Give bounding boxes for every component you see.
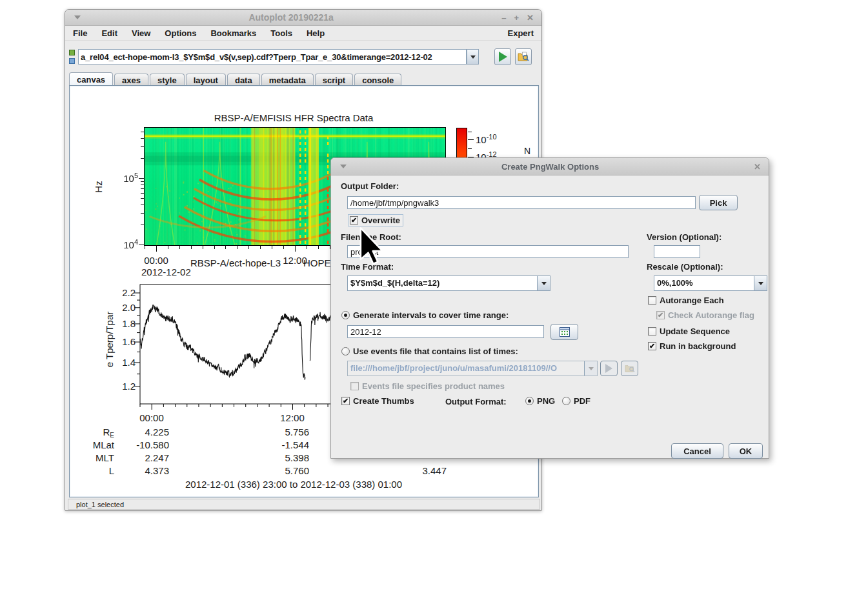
- checkbox-unchecked-icon: [648, 327, 656, 336]
- colorbar-unit-label: N: [524, 146, 530, 156]
- expert-menu[interactable]: Expert: [508, 28, 534, 38]
- spec-ytick-minor: [141, 146, 145, 147]
- events-browse-button: [621, 361, 638, 376]
- spec-xtick: [272, 246, 272, 249]
- checkbox-checked-icon: ✔: [648, 342, 656, 350]
- close-button[interactable]: ✕: [527, 13, 534, 23]
- tab-console[interactable]: console: [354, 74, 401, 86]
- menu-tools[interactable]: Tools: [270, 28, 292, 38]
- toolbar: a_rel04_ect-hope-mom-l3_$Y$m$d_v$(v,sep)…: [65, 41, 541, 73]
- pick-button[interactable]: Pick: [699, 195, 738, 210]
- version-input[interactable]: [654, 245, 700, 258]
- ok-button[interactable]: OK: [729, 443, 763, 459]
- spec-xtick: [225, 246, 226, 249]
- folder-magnifier-icon: [518, 52, 529, 62]
- rescale-combo[interactable]: 0%,100%: [654, 275, 767, 291]
- minimize-button[interactable]: –: [501, 13, 506, 23]
- generate-intervals-radio[interactable]: Generate intervals to cover time range:: [341, 310, 509, 320]
- menu-help[interactable]: Help: [307, 28, 325, 38]
- spec-xtick: [260, 246, 261, 249]
- create-thumbs-checkbox[interactable]: ✔ Create Thumbs: [341, 396, 414, 406]
- overwrite-label: Overwrite: [361, 215, 400, 225]
- tab-layout[interactable]: layout: [186, 74, 226, 86]
- menu-options[interactable]: Options: [165, 28, 196, 38]
- maximize-button[interactable]: +: [514, 13, 520, 23]
- colorbar-tick-major: [468, 139, 474, 140]
- overwrite-checkbox[interactable]: ✔ Overwrite: [348, 214, 403, 226]
- address-dropdown-button[interactable]: [467, 49, 479, 65]
- dialog-close-button[interactable]: ✕: [754, 162, 761, 172]
- autorange-each-checkbox[interactable]: Autorange Each: [648, 296, 724, 305]
- dialog-menu-triangle-icon[interactable]: [340, 165, 347, 168]
- events-products-checkbox: Events file specifies product names: [350, 381, 505, 391]
- output-folder-input[interactable]: /home/jbf/tmp/pngwalk3: [347, 196, 696, 209]
- rescale-dropdown-button[interactable]: [754, 276, 767, 290]
- update-sequence-label: Update Sequence: [660, 326, 730, 336]
- dialog-titlebar[interactable]: Create PngWalk Options ✕: [331, 158, 769, 175]
- table-cell: -10.580: [111, 439, 169, 450]
- table-row-label: MLT: [76, 452, 114, 463]
- update-sequence-checkbox[interactable]: Update Sequence: [648, 326, 730, 336]
- radio-unselected-icon: [341, 347, 350, 356]
- table-cell: 5.760: [251, 465, 309, 476]
- spec-xtick: [191, 246, 192, 249]
- run-in-background-checkbox[interactable]: ✔ Run in background: [648, 341, 736, 351]
- colorbar-tick-minor: [468, 148, 472, 149]
- pdf-radio[interactable]: PDF: [562, 396, 590, 406]
- spec-ytick-minor: [141, 213, 145, 214]
- png-label: PNG: [537, 396, 555, 406]
- lineplot-ytick-label: 2.0: [105, 302, 136, 313]
- time-format-dropdown-button[interactable]: [537, 276, 550, 290]
- radio-selected-icon: [341, 311, 350, 319]
- menu-edit[interactable]: Edit: [101, 28, 117, 38]
- create-thumbs-label: Create Thumbs: [353, 396, 414, 406]
- tab-style[interactable]: style: [150, 74, 185, 86]
- spec-xtick: [156, 246, 157, 252]
- pngwalk-options-dialog: Create PngWalk Options ✕ Output Folder: …: [330, 157, 769, 459]
- png-radio[interactable]: PNG: [525, 396, 555, 406]
- spec-ytick-minor: [141, 185, 145, 185]
- lineplot-ytick-label: 1.6: [105, 336, 136, 347]
- spec-xtick: [307, 246, 307, 249]
- menu-bookmarks[interactable]: Bookmarks: [210, 28, 256, 38]
- table-cell: 2.247: [111, 452, 169, 463]
- cancel-button[interactable]: Cancel: [671, 443, 723, 459]
- window-menu-triangle-icon[interactable]: [74, 15, 81, 19]
- check-autorange-flag-label: Check Autorange flag: [668, 310, 754, 320]
- rescale-value: 0%,100%: [654, 276, 754, 290]
- tab-metadata[interactable]: metadata: [261, 74, 314, 86]
- spec-ytick-minor: [141, 205, 145, 205]
- table-cell: 5.398: [251, 452, 309, 463]
- table-row-label: MLat: [76, 439, 114, 450]
- chevron-down-icon: [470, 55, 476, 59]
- spec-xtick: [214, 246, 215, 249]
- time-range-input[interactable]: 2012-12: [347, 325, 544, 338]
- chevron-down-icon: [758, 282, 763, 285]
- use-events-file-radio[interactable]: Use events file that contains list of ti…: [341, 346, 518, 356]
- blue-square-icon[interactable]: [69, 58, 75, 64]
- calendar-button[interactable]: [550, 324, 578, 340]
- go-plot-button[interactable]: [494, 48, 511, 65]
- tab-axes[interactable]: axes: [114, 74, 148, 86]
- menu-file[interactable]: File: [73, 28, 87, 38]
- spec-xtick: [145, 246, 145, 249]
- time-format-combo[interactable]: $Y$m$d_$(H,delta=12): [347, 275, 550, 291]
- spec-xtick-0000: 00:00: [137, 255, 176, 266]
- spec-xtick: [248, 246, 249, 249]
- rescale-label: Rescale (Optional):: [647, 262, 723, 272]
- tab-canvas[interactable]: canvas: [69, 72, 113, 86]
- window-title: Autoplot 20190221a: [81, 12, 501, 23]
- tab-script[interactable]: script: [315, 74, 353, 86]
- green-square-icon[interactable]: [69, 50, 75, 55]
- menu-view[interactable]: View: [132, 28, 150, 38]
- window-titlebar[interactable]: Autoplot 20190221a – + ✕: [65, 10, 541, 26]
- tab-data[interactable]: data: [227, 74, 260, 86]
- inspect-uri-button[interactable]: [515, 48, 532, 65]
- lineplot-xtick-label: 00:00: [132, 412, 171, 423]
- spec-ytick-major: [139, 178, 145, 179]
- address-input[interactable]: a_rel04_ect-hope-mom-l3_$Y$m$d_v$(v,sep)…: [78, 49, 467, 65]
- filename-root-input[interactable]: product: [347, 245, 629, 258]
- spec-xtick: [318, 246, 319, 249]
- mouse-cursor-icon: [358, 227, 385, 266]
- colorbar-tick-label: 10-10: [476, 133, 514, 145]
